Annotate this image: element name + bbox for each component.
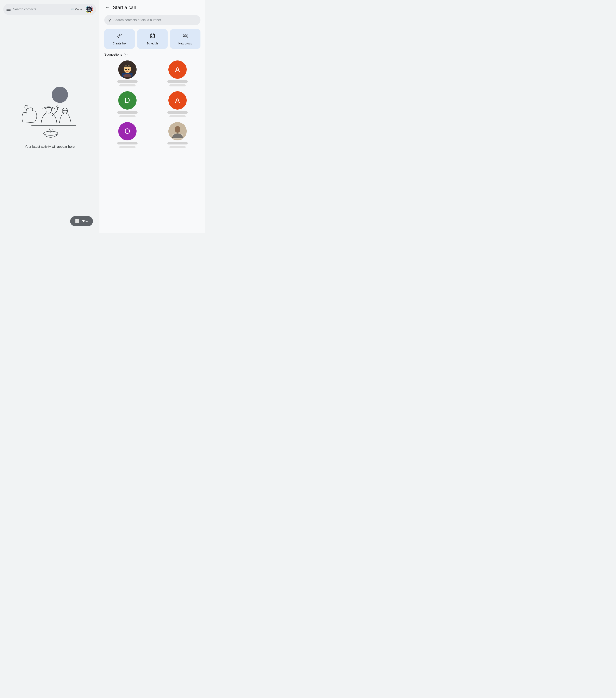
code-button[interactable]: ⌨️ Code: [69, 7, 84, 12]
suggestion-item-4[interactable]: A: [154, 91, 200, 117]
suggestion-avatar-2: A: [168, 60, 187, 79]
create-link-button[interactable]: Create link: [104, 29, 135, 49]
avatar-inner: 🦾: [86, 6, 92, 12]
svg-point-14: [128, 69, 129, 70]
search-field[interactable]: ⚲ Search contacts or dial a number: [104, 15, 200, 25]
suggestion-item-6[interactable]: [154, 122, 200, 148]
link-icon: [117, 33, 122, 40]
info-icon[interactable]: i: [124, 53, 127, 56]
group-icon: [182, 33, 188, 40]
code-label: Code: [75, 8, 82, 11]
schedule-label: Schedule: [146, 42, 158, 45]
keyboard-icon: ⌨️: [71, 8, 74, 11]
search-bar-right: ⌨️ Code 🦾: [69, 6, 93, 13]
back-button[interactable]: ←: [104, 4, 110, 11]
header: ← Start a call: [104, 4, 200, 11]
svg-point-16: [123, 74, 131, 77]
suggestion-name-blur-1: [117, 80, 138, 83]
svg-point-13: [125, 69, 127, 70]
svg-point-9: [184, 34, 185, 36]
left-search-bar[interactable]: Search contacts ⌨️ Code 🦾: [3, 4, 96, 15]
suggestion-name-blur-4: [167, 111, 188, 114]
svg-point-4: [65, 110, 67, 112]
suggestion-sub-blur-5: [119, 146, 136, 148]
new-button-label: New: [82, 219, 88, 223]
svg-point-0: [25, 105, 28, 109]
calendar-icon: [150, 33, 155, 40]
suggestion-sub-blur-6: [169, 146, 186, 148]
suggestion-avatar-4: A: [168, 91, 187, 110]
people-illustration: [19, 91, 80, 139]
empty-state-text: Your latest activity will appear here: [25, 144, 75, 149]
suggestion-avatar-1: [118, 60, 137, 79]
action-buttons: Create link Schedule: [104, 29, 200, 49]
create-link-label: Create link: [113, 42, 126, 45]
suggestion-item-3[interactable]: D: [104, 91, 150, 117]
suggestion-item-5[interactable]: O: [104, 122, 150, 148]
left-search-text: Search contacts: [13, 8, 67, 11]
new-button[interactable]: ⬜ New: [70, 216, 93, 226]
suggestion-avatar-5: O: [118, 122, 137, 140]
video-camera-icon: ⬜: [75, 219, 80, 223]
suggestions-grid: A D A O: [104, 60, 200, 148]
new-group-label: New group: [178, 42, 192, 45]
svg-rect-7: [150, 34, 154, 38]
search-field-placeholder: Search contacts or dial a number: [113, 18, 196, 22]
illustration: [19, 83, 80, 139]
suggestion-avatar-3: D: [118, 91, 137, 110]
svg-point-10: [186, 34, 187, 36]
suggestion-avatar-6: [168, 122, 187, 140]
schedule-button[interactable]: Schedule: [137, 29, 168, 49]
user-avatar[interactable]: 🦾: [86, 6, 93, 13]
suggestions-title: Suggestions: [104, 53, 122, 56]
suggestion-item-2[interactable]: A: [154, 60, 200, 86]
svg-rect-19: [172, 134, 183, 139]
suggestion-name-blur-2: [167, 80, 188, 83]
svg-point-18: [175, 126, 180, 133]
new-group-button[interactable]: New group: [170, 29, 200, 49]
suggestion-name-blur-6: [167, 142, 188, 144]
svg-rect-8: [151, 36, 152, 37]
suggestion-item-1[interactable]: [104, 60, 150, 86]
svg-point-3: [63, 110, 65, 112]
search-icon: ⚲: [108, 18, 111, 22]
right-panel: ← Start a call ⚲ Search contacts or dial…: [99, 0, 205, 233]
hamburger-icon[interactable]: [6, 8, 11, 11]
suggestion-sub-blur-4: [169, 115, 186, 117]
suggestion-name-blur-5: [117, 142, 138, 144]
left-panel: Search contacts ⌨️ Code 🦾: [0, 0, 99, 233]
suggestion-sub-blur-3: [119, 115, 136, 117]
suggestions-header: Suggestions i: [104, 53, 200, 56]
page-title: Start a call: [113, 5, 136, 10]
empty-state: Your latest activity will appear here: [3, 15, 96, 233]
suggestion-name-blur-3: [117, 111, 138, 114]
suggestion-sub-blur-2: [169, 84, 186, 86]
suggestion-sub-blur-1: [119, 84, 136, 86]
